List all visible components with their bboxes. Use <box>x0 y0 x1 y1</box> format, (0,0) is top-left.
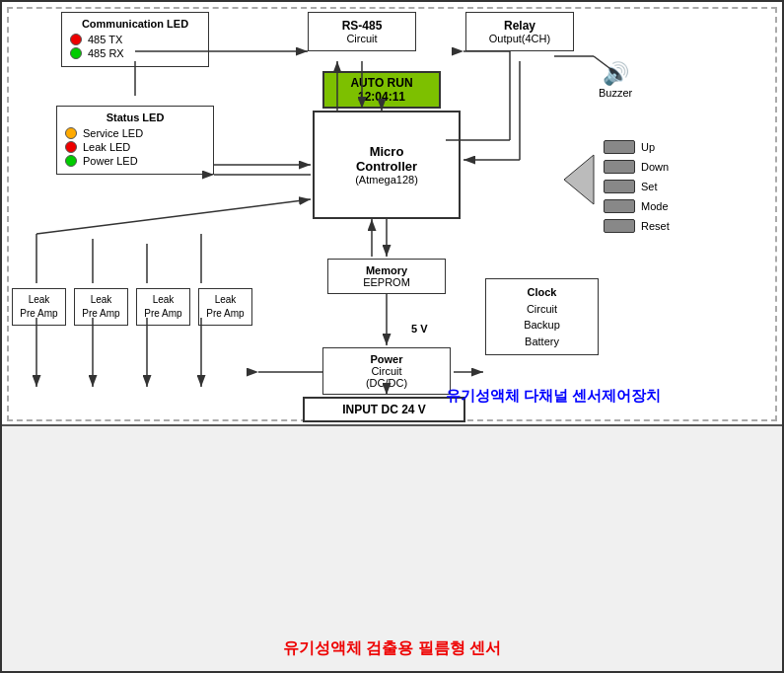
memory-line1: Memory <box>336 264 437 276</box>
btn-row-reset: Reset <box>604 219 670 233</box>
btn-up-icon <box>604 140 635 154</box>
top-section: Communication LED 485 TX 485 RX Status L… <box>2 2 782 426</box>
btn-mode-label: Mode <box>641 200 669 212</box>
autorun-box: AUTO RUN 12:04:11 <box>322 71 441 109</box>
led-leak-label: Leak LED <box>83 141 130 153</box>
buttons-area: Up Down Set Mode Reset <box>604 140 670 233</box>
led-power <box>65 155 77 167</box>
rs485-line2: Circuit <box>317 33 407 44</box>
leak-amp-1: Leak Pre Amp <box>74 288 128 326</box>
btn-mode-icon <box>604 199 635 213</box>
buzzer-area: 🔊 Buzzer <box>599 61 632 99</box>
status-led-row-0: Service LED <box>65 127 205 139</box>
btn-down-label: Down <box>641 161 669 173</box>
power-line1: Power <box>331 353 442 365</box>
micro-controller-box: Micro Controller (Atmega128) <box>313 111 461 219</box>
led-leak <box>65 141 77 153</box>
buzzer-icon: 🔊 <box>599 61 632 87</box>
leak-amps-row: Leak Pre Amp Leak Pre Amp Leak Pre Amp L… <box>12 288 252 326</box>
main-container: Communication LED 485 TX 485 RX Status L… <box>0 0 784 673</box>
leak-amp-3-line2: Pre Amp <box>202 307 249 321</box>
power-line3: (DC/DC) <box>331 377 442 389</box>
micro-line3: (Atmega128) <box>355 174 418 186</box>
micro-line2: Controller <box>356 159 417 174</box>
btn-down-icon <box>604 160 635 174</box>
svg-marker-27 <box>564 155 594 204</box>
led-power-label: Power LED <box>83 155 138 167</box>
buzzer-label: Buzzer <box>599 87 632 99</box>
leak-amp-0-line2: Pre Amp <box>16 307 62 321</box>
btn-reset-label: Reset <box>641 220 670 232</box>
led-service-label: Service LED <box>83 127 143 139</box>
rs485-line1: RS-485 <box>317 19 407 33</box>
comm-led-row-0: 485 TX <box>70 34 200 45</box>
leak-amp-3: Leak Pre Amp <box>198 288 252 326</box>
memory-box: Memory EEPROM <box>327 259 446 294</box>
led-485rx-label: 485 RX <box>88 47 124 59</box>
btn-set-label: Set <box>641 181 658 192</box>
status-led-title: Status LED <box>65 112 205 123</box>
korean-bottom-label: 유기성액체 검출용 필름형 센서 <box>2 638 782 659</box>
btn-set-icon <box>604 180 635 193</box>
power-box: Power Circuit (DC/DC) <box>322 347 451 395</box>
led-service <box>65 127 77 139</box>
autorun-label: AUTO RUN <box>329 76 434 90</box>
autorun-time: 12:04:11 <box>329 90 434 104</box>
input-dc-label: INPUT DC 24 V <box>342 403 426 416</box>
comm-led-row-1: 485 RX <box>70 47 200 59</box>
leak-amp-3-line1: Leak <box>202 293 249 307</box>
voltage-label: 5 V <box>411 323 428 335</box>
comm-led-title: Communication LED <box>70 18 200 30</box>
svg-line-17 <box>36 199 311 234</box>
leak-amp-0: Leak Pre Amp <box>12 288 66 326</box>
relay-line2: Output(4CH) <box>474 33 565 44</box>
leak-amp-0-line1: Leak <box>16 293 62 307</box>
power-line2: Circuit <box>331 365 442 377</box>
clock-line2: Circuit <box>494 301 590 318</box>
clock-box: Clock Circuit Backup Battery <box>485 278 599 355</box>
leak-amp-2-line2: Pre Amp <box>140 307 186 321</box>
btn-row-up: Up <box>604 140 670 154</box>
led-485tx <box>70 34 82 45</box>
status-led-row-2: Power LED <box>65 155 205 167</box>
micro-line1: Micro <box>370 144 404 159</box>
clock-line4: Battery <box>494 334 590 350</box>
leak-amp-1-line1: Leak <box>78 293 124 307</box>
status-led-row-1: Leak LED <box>65 141 205 153</box>
comm-led-box: Communication LED 485 TX 485 RX <box>61 12 209 67</box>
led-485rx <box>70 47 82 59</box>
relay-box: Relay Output(4CH) <box>465 12 574 51</box>
btn-row-down: Down <box>604 160 670 174</box>
btn-up-label: Up <box>641 141 655 153</box>
input-dc-box: INPUT DC 24 V <box>303 397 465 422</box>
leak-amp-1-line2: Pre Amp <box>78 307 124 321</box>
clock-line3: Backup <box>494 317 590 334</box>
leak-amp-2: Leak Pre Amp <box>136 288 190 326</box>
memory-line2: EEPROM <box>336 276 437 288</box>
btn-row-mode: Mode <box>604 199 670 213</box>
korean-top-label: 유기성액체 다채널 센서제어장치 <box>446 387 661 406</box>
btn-reset-icon <box>604 219 635 233</box>
leak-amp-2-line1: Leak <box>140 293 186 307</box>
btn-row-set: Set <box>604 180 670 193</box>
status-led-box: Status LED Service LED Leak LED Power LE… <box>56 106 214 175</box>
clock-line1: Clock <box>494 284 590 301</box>
relay-line1: Relay <box>474 19 565 33</box>
bottom-section: VFIEXCLEAK VFIEXCLEAK VFIEXCLEAK <box>2 426 782 671</box>
led-485tx-label: 485 TX <box>88 34 122 45</box>
rs485-box: RS-485 Circuit <box>308 12 416 51</box>
